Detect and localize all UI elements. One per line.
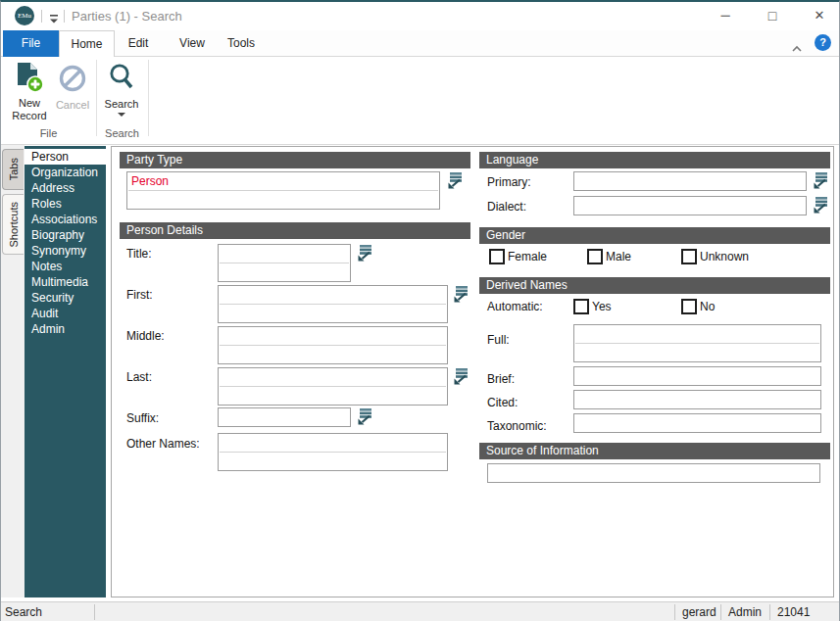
other-names-input[interactable] — [218, 433, 448, 471]
titlebar-divider — [41, 10, 42, 23]
tab-edit[interactable]: Edit — [113, 30, 164, 56]
title-lookup-icon[interactable] — [357, 245, 372, 262]
person-details-header: Person Details — [120, 222, 470, 239]
sidebar-item-multimedia[interactable]: Multimedia — [25, 274, 106, 290]
tab-view[interactable]: View — [167, 30, 218, 56]
new-record-icon — [7, 60, 52, 97]
party-type-listbox[interactable]: Person — [126, 171, 440, 210]
male-checkbox-label: Male — [606, 250, 631, 263]
sidebar-item-organization[interactable]: Organization — [25, 165, 106, 180]
emu-window: EMu Parties (1) - Search ─ □ ✕ File Home… — [0, 0, 840, 621]
quick-access-dropdown-icon[interactable] — [48, 11, 60, 28]
minimize-button[interactable]: ─ — [709, 2, 742, 29]
sidebar-item-person[interactable]: Person — [25, 149, 106, 165]
cited-label: Cited: — [487, 396, 518, 409]
side-tab-tabs[interactable]: Tabs — [2, 149, 24, 190]
middle-input[interactable] — [218, 326, 448, 364]
first-lookup-icon[interactable] — [453, 286, 469, 303]
cancel-label: Cancel — [52, 99, 93, 112]
ribbon-group-label-search: Search — [96, 127, 148, 139]
primary-lookup-icon[interactable] — [813, 172, 828, 189]
close-button[interactable]: ✕ — [803, 2, 836, 29]
party-type-value[interactable]: Person — [131, 173, 169, 190]
search-dropdown-caret-icon[interactable] — [118, 113, 125, 117]
other-names-label: Other Names: — [126, 437, 200, 451]
suffix-lookup-icon[interactable] — [357, 408, 372, 425]
last-lookup-icon[interactable] — [453, 368, 469, 385]
brief-label: Brief: — [487, 372, 515, 386]
automatic-no-checkbox[interactable] — [681, 299, 697, 314]
new-record-button[interactable]: New Record — [7, 60, 52, 138]
cancel-icon — [52, 60, 93, 99]
sidebar-item-biography[interactable]: Biography — [25, 227, 106, 243]
taxonomic-input[interactable] — [573, 413, 821, 433]
female-checkbox-label: Female — [508, 250, 547, 263]
primary-input[interactable] — [573, 171, 807, 191]
statusbar-divider — [94, 604, 95, 620]
automatic-label: Automatic: — [487, 300, 543, 313]
tab-home[interactable]: Home — [59, 30, 115, 57]
female-checkbox[interactable] — [489, 249, 505, 264]
search-icon — [99, 60, 144, 98]
last-input[interactable] — [218, 367, 448, 406]
ribbon-group-label-file: File — [1, 127, 96, 139]
search-button[interactable]: Search — [99, 60, 144, 138]
sidebar-item-security[interactable]: Security — [25, 290, 106, 306]
side-tab-shortcuts-label: Shortcuts — [8, 202, 20, 247]
dialect-lookup-icon[interactable] — [813, 197, 828, 214]
tab-sidebar: Person Organization Address Roles Associ… — [25, 146, 106, 597]
status-bar: Search gerard Admin 21041 — [1, 601, 839, 621]
tab-file[interactable]: File — [3, 30, 59, 57]
sidebar-item-audit[interactable]: Audit — [25, 306, 106, 321]
cited-input[interactable] — [573, 390, 821, 409]
male-checkbox[interactable] — [587, 249, 603, 264]
tab-tools[interactable]: Tools — [216, 30, 267, 56]
maximize-button[interactable]: □ — [756, 2, 789, 29]
first-input[interactable] — [218, 285, 448, 323]
side-tab-tabs-label: Tabs — [8, 158, 20, 180]
ribbon-group-separator — [96, 60, 97, 136]
title-label: Title: — [126, 247, 152, 261]
suffix-input[interactable] — [218, 407, 351, 427]
status-user: gerard — [682, 604, 716, 620]
suffix-label: Suffix: — [126, 411, 159, 425]
primary-label: Primary: — [487, 175, 531, 189]
unknown-checkbox-label: Unknown — [700, 250, 749, 263]
full-input[interactable] — [573, 324, 821, 362]
main-area: Tabs Shortcuts Person Organization Addre… — [1, 145, 839, 601]
help-icon[interactable]: ? — [815, 34, 831, 51]
sidebar-item-notes[interactable]: Notes — [25, 259, 106, 274]
new-record-label-line1: New — [7, 97, 52, 110]
gender-header: Gender — [479, 227, 830, 244]
person-tab-page: Party Type Person Person Details Title: … — [111, 146, 834, 597]
dialect-label: Dialect: — [487, 200, 526, 214]
sidebar-item-roles[interactable]: Roles — [25, 196, 106, 212]
sidebar-item-associations[interactable]: Associations — [25, 212, 106, 227]
cancel-button: Cancel — [52, 60, 93, 138]
statusbar-divider — [674, 604, 675, 620]
sidebar-item-admin[interactable]: Admin — [25, 321, 106, 337]
search-label: Search — [99, 98, 144, 111]
side-tab-shortcuts[interactable]: Shortcuts — [2, 194, 24, 255]
source-of-information-header: Source of Information — [479, 443, 830, 459]
automatic-yes-checkbox[interactable] — [573, 299, 589, 314]
middle-label: Middle: — [126, 329, 165, 343]
language-header: Language — [479, 152, 830, 168]
last-label: Last: — [126, 370, 152, 384]
full-label: Full: — [487, 333, 510, 347]
sidebar-item-synonymy[interactable]: Synonymy — [25, 243, 106, 259]
title-input[interactable] — [218, 244, 351, 282]
sidebar-item-address[interactable]: Address — [25, 180, 106, 196]
automatic-no-label: No — [700, 300, 715, 313]
new-record-label-line2: Record — [7, 110, 52, 122]
unknown-checkbox[interactable] — [681, 249, 697, 264]
collapse-ribbon-icon[interactable] — [791, 39, 803, 57]
ribbon-group-separator — [148, 60, 149, 136]
dialect-input[interactable] — [573, 196, 807, 215]
party-type-lookup-icon[interactable] — [447, 172, 463, 189]
source-of-information-input[interactable] — [487, 463, 820, 483]
titlebar-divider — [64, 10, 65, 23]
title-bar: EMu Parties (1) - Search ─ □ ✕ — [1, 2, 839, 30]
brief-input[interactable] — [573, 366, 821, 386]
emu-app-icon[interactable]: EMu — [15, 6, 34, 25]
